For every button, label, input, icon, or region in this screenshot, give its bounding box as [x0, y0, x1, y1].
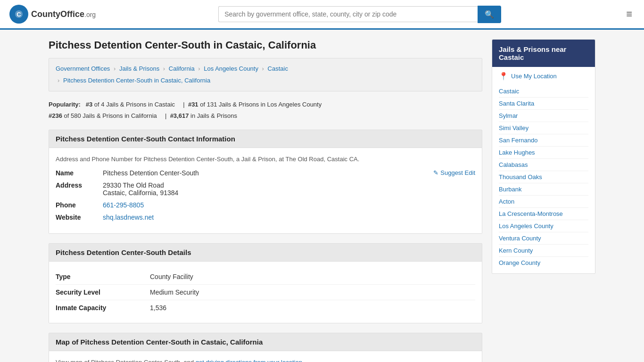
- sidebar-title: Jails & Prisons near Castaic: [492, 40, 595, 67]
- sidebar-link-thousand-oaks[interactable]: Thousand Oaks: [499, 171, 588, 183]
- logo-area: C CountyOffice.org: [9, 5, 96, 24]
- svg-text:C: C: [17, 11, 21, 18]
- popularity-item-4: #3,617 in Jails & Prisons: [170, 112, 237, 119]
- suggest-edit-link[interactable]: ✎ Suggest Edit: [433, 169, 475, 176]
- sidebar-link-orange-county[interactable]: Orange County: [499, 257, 588, 269]
- sidebar-link-ventura-county[interactable]: Ventura County: [499, 232, 588, 245]
- edit-icon: ✎: [433, 169, 438, 176]
- breadcrumb-link-current[interactable]: Pitchess Detention Center-South in Casta…: [63, 77, 210, 84]
- map-section: Map of Pitchess Detention Center-South i…: [49, 333, 482, 362]
- details-section-body: Type County Facility Security Level Medi…: [49, 262, 482, 323]
- name-row: Name Pitchess Detention Center-South ✎ S…: [56, 169, 475, 177]
- security-value: Medium Security: [150, 288, 475, 296]
- sidebar-link-sylmar[interactable]: Sylmar: [499, 110, 588, 122]
- details-security-row: Security Level Medium Security: [56, 285, 475, 300]
- sidebar-link-calabasas[interactable]: Calabasas: [499, 159, 588, 171]
- breadcrumb-link-government-offices[interactable]: Government Offices: [56, 65, 110, 72]
- sidebar-link-acton[interactable]: Acton: [499, 196, 588, 208]
- phone-link[interactable]: 661-295-8805: [103, 201, 144, 209]
- website-link[interactable]: shq.lasdnews.net: [103, 214, 154, 221]
- contact-section: Pitchess Detention Center-South Contact …: [49, 130, 482, 234]
- type-label: Type: [56, 273, 150, 280]
- name-label: Name: [56, 169, 103, 177]
- popularity-item-2: #31 of 131 Jails & Prisons in Los Angele…: [188, 101, 322, 108]
- capacity-value: 1,536: [150, 304, 475, 312]
- phone-row: Phone 661-295-8805: [56, 201, 475, 209]
- page-title: Pitchess Detention Center-South in Casta…: [49, 39, 482, 51]
- sidebar-link-kern-county[interactable]: Kern County: [499, 245, 588, 257]
- contact-section-body: Address and Phone Number for Pitchess De…: [49, 148, 482, 234]
- sidebar-link-la-crescenta[interactable]: La Crescenta-Montrose: [499, 208, 588, 220]
- use-location-link[interactable]: 📍 Use My Location: [499, 72, 588, 81]
- website-label: Website: [56, 214, 103, 221]
- search-input[interactable]: [218, 6, 478, 22]
- phone-label: Phone: [56, 201, 103, 209]
- sidebar-link-san-fernando[interactable]: San Fernando: [499, 134, 588, 147]
- search-area: 🔍: [218, 6, 501, 23]
- popularity-item-1: #3 of 4 Jails & Prisons in Castaic: [86, 101, 175, 108]
- sidebar-box: Jails & Prisons near Castaic 📍 Use My Lo…: [492, 39, 595, 274]
- map-section-body: View map of Pitchess Detention Center-So…: [49, 351, 482, 362]
- sidebar: Jails & Prisons near Castaic 📍 Use My Lo…: [492, 39, 595, 362]
- sidebar-body: 📍 Use My Location Castaic Santa Clarita …: [492, 67, 595, 273]
- website-value: shq.lasdnews.net: [103, 214, 475, 221]
- breadcrumb-link-california[interactable]: California: [169, 65, 195, 72]
- breadcrumb-link-castaic[interactable]: Castaic: [268, 65, 288, 72]
- logo-text: CountyOffice.org: [31, 9, 96, 19]
- directions-link[interactable]: get driving directions from your locatio…: [196, 359, 302, 362]
- sidebar-link-burbank[interactable]: Burbank: [499, 183, 588, 196]
- sidebar-link-simi-valley[interactable]: Simi Valley: [499, 122, 588, 134]
- popularity-section: Popularity: #3 of 4 Jails & Prisons in C…: [49, 99, 482, 121]
- search-icon: 🔍: [485, 10, 494, 18]
- map-section-header: Map of Pitchess Detention Center-South i…: [49, 333, 482, 351]
- capacity-label: Inmate Capacity: [56, 304, 150, 312]
- logo-icon: C: [9, 5, 28, 24]
- location-pin-icon: 📍: [499, 72, 508, 81]
- address-row: Address 29330 The Old Road Castaic, Cali…: [56, 181, 475, 197]
- site-header: C CountyOffice.org 🔍 ≡: [0, 0, 644, 30]
- sidebar-link-castaic[interactable]: Castaic: [499, 85, 588, 98]
- popularity-item-3: #236 of 580 Jails & Prisons in Californi…: [49, 112, 157, 119]
- popularity-label: Popularity:: [49, 101, 81, 108]
- details-section-header: Pitchess Detention Center-South Details: [49, 243, 482, 262]
- type-value: County Facility: [150, 273, 475, 280]
- details-section: Pitchess Detention Center-South Details …: [49, 243, 482, 323]
- contact-section-header: Pitchess Detention Center-South Contact …: [49, 130, 482, 148]
- security-label: Security Level: [56, 288, 150, 296]
- phone-value: 661-295-8805: [103, 201, 475, 209]
- sidebar-link-santa-clarita[interactable]: Santa Clarita: [499, 98, 588, 110]
- sidebar-link-lake-hughes[interactable]: Lake Hughes: [499, 147, 588, 159]
- content-area: Pitchess Detention Center-South in Casta…: [49, 39, 482, 362]
- search-button[interactable]: 🔍: [478, 6, 501, 23]
- contact-description: Address and Phone Number for Pitchess De…: [56, 156, 475, 163]
- sidebar-link-la-county[interactable]: Los Angeles County: [499, 220, 588, 232]
- main-container: Pitchess Detention Center-South in Casta…: [39, 30, 605, 362]
- details-capacity-row: Inmate Capacity 1,536: [56, 300, 475, 315]
- address-label: Address: [56, 181, 103, 189]
- breadcrumb-link-la-county[interactable]: Los Angeles County: [204, 65, 258, 72]
- map-description: View map of Pitchess Detention Center-So…: [56, 359, 475, 362]
- name-value: Pitchess Detention Center-South: [103, 169, 433, 177]
- details-type-row: Type County Facility: [56, 269, 475, 285]
- breadcrumb-link-jails[interactable]: Jails & Prisons: [119, 65, 159, 72]
- address-value: 29330 The Old Road Castaic, California, …: [103, 181, 475, 197]
- website-row: Website shq.lasdnews.net: [56, 214, 475, 221]
- details-table: Type County Facility Security Level Medi…: [56, 269, 475, 315]
- menu-icon[interactable]: ≡: [624, 6, 635, 23]
- breadcrumb: Government Offices › Jails & Prisons › C…: [49, 58, 482, 91]
